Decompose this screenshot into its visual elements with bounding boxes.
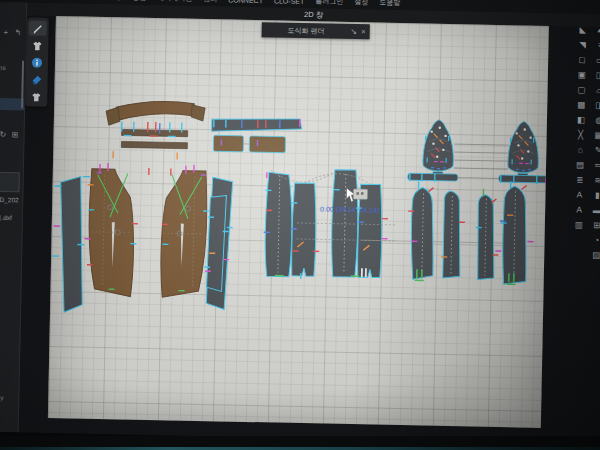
menu-item-render[interactable]: 렌더 xyxy=(203,0,217,4)
add-icon[interactable]: + xyxy=(4,28,9,37)
menu-item-avatar[interactable]: 아바타 xyxy=(75,0,96,2)
tool-icon[interactable]: ≣ xyxy=(573,173,587,186)
fabric-paint-button[interactable] xyxy=(28,72,46,87)
view-mode-toolbar xyxy=(25,17,49,106)
refresh-icon[interactable]: ↻ xyxy=(0,130,6,139)
info-icon xyxy=(31,56,43,68)
tool-icon[interactable]: ▮ xyxy=(590,189,600,202)
library-file-thumbnail[interactable] xyxy=(0,172,20,192)
library-file-2[interactable]: 멘.dxf xyxy=(0,214,12,223)
tool-icon[interactable]: ◔ xyxy=(589,234,600,247)
tool-icon[interactable]: ▨ xyxy=(589,249,600,262)
close-icon[interactable]: × xyxy=(361,28,366,36)
text-tool-icon[interactable]: A xyxy=(572,203,586,216)
schematic-panel-title: 도식화 렌더 xyxy=(262,25,351,37)
pattern-scene: 0.00 (38.14, 14.14) xyxy=(48,16,549,428)
tool-icon[interactable]: ▥ xyxy=(572,218,586,231)
shirt-icon xyxy=(31,39,43,51)
pattern-group-sleeves-dark[interactable] xyxy=(361,118,549,285)
pen-tool-icon xyxy=(32,22,44,34)
tool-icon[interactable]: ≡ xyxy=(593,39,600,52)
tool-icon[interactable]: ◥ xyxy=(575,38,589,51)
detach-icon[interactable]: ↘ xyxy=(350,27,357,35)
library-panel: + ↰ ns ↻ ⊞ AD_202 멘.dxf rary xyxy=(0,2,27,433)
avatar-shirt-icon xyxy=(30,90,42,102)
tool-icon[interactable]: ▬ xyxy=(590,204,600,217)
menu-item-fabric[interactable]: 원단 xyxy=(107,0,121,2)
tool-icon[interactable]: ⌂ xyxy=(573,143,587,156)
tool-icon[interactable]: ◨ xyxy=(592,99,600,112)
tool-icon[interactable]: ✎ xyxy=(591,144,600,157)
library-label-bottom: rary xyxy=(0,394,4,401)
menu-item-connect[interactable]: CONNECT xyxy=(228,0,263,4)
menu-item-animation[interactable]: 애니메이션 xyxy=(157,0,192,4)
photo-of-monitor: 3D Materials/UV 아바타 원단 생산 애니메이션 렌더 CONNE… xyxy=(0,0,600,450)
tab-2d-window[interactable]: 2D 창 xyxy=(296,9,331,22)
tool-icon[interactable]: ▰ xyxy=(594,24,600,37)
tool-icon[interactable]: ╳ xyxy=(574,128,588,141)
tool-icon[interactable]: ⊞ xyxy=(590,219,600,232)
tool-icon[interactable]: ◧ xyxy=(574,113,588,126)
menu-item-plugin[interactable]: 플러그인 xyxy=(315,0,343,7)
tool-icon[interactable]: ▣ xyxy=(575,68,589,81)
text-tool-icon[interactable]: A xyxy=(572,188,586,201)
pen-tool-button[interactable] xyxy=(29,21,47,36)
menu-item-production[interactable]: 생산 xyxy=(132,0,146,3)
tool-icon[interactable]: ▱ xyxy=(592,84,600,97)
tool-icon[interactable]: ▢ xyxy=(574,83,588,96)
back-icon[interactable]: ↰ xyxy=(15,28,22,37)
tool-icon[interactable]: ▤ xyxy=(573,158,587,171)
menu-item-settings[interactable]: 설정 xyxy=(354,0,368,7)
tool-icon[interactable]: ▩ xyxy=(574,98,588,111)
schematic-panel-titlebar[interactable]: 도식화 렌더 ↘ × xyxy=(262,22,370,39)
toolbar-column-1: ◣ ◥ ◻ ▣ ▢ ▩ ◧ ╳ ⌂ ▤ ≣ A A ▥ xyxy=(571,23,590,261)
avatar-view-button[interactable] xyxy=(27,89,45,104)
grid-view-icon[interactable]: ⊞ xyxy=(11,130,18,139)
pattern-canvas-2d[interactable]: 0.00 (38.14, 14.14) xyxy=(48,16,549,428)
tool-icon[interactable]: ◫ xyxy=(593,69,600,82)
toolbar-column-2: ▰ ≡ ▭ ◫ ▱ ◨ ◍ ▦ ✎ ═ ≋ ▮ ▬ ⊞ ◔ ▨ xyxy=(589,24,600,262)
pattern-view-button[interactable] xyxy=(28,38,46,53)
tool-icon[interactable]: ≋ xyxy=(591,174,600,187)
monitor-screen: 3D Materials/UV 아바타 원단 생산 애니메이션 렌더 CONNE… xyxy=(0,0,600,444)
tool-icon[interactable]: ◍ xyxy=(592,114,600,127)
tool-icon[interactable]: ▭ xyxy=(593,54,600,67)
tool-icon[interactable]: ═ xyxy=(591,159,600,172)
menu-item-clo-set[interactable]: CLO-SET xyxy=(274,0,304,5)
library-file-1[interactable]: AD_202 xyxy=(0,196,19,203)
menu-item-help[interactable]: 도움말 xyxy=(379,0,400,8)
tool-icon[interactable]: ◣ xyxy=(576,23,590,36)
tool-icon[interactable]: ◻ xyxy=(575,53,589,66)
monitor-bezel xyxy=(0,436,600,450)
library-label: ns xyxy=(0,64,6,71)
tool-icon[interactable]: ▦ xyxy=(592,129,600,142)
info-button[interactable] xyxy=(28,55,46,70)
right-toolbar: ◣ ◥ ◻ ▣ ▢ ▩ ◧ ╳ ⌂ ▤ ≣ A A ▥ ▰ ≡ ▭ ◫ ▱ ◨ … xyxy=(561,23,600,262)
fabric-swatch-icon xyxy=(31,73,43,85)
